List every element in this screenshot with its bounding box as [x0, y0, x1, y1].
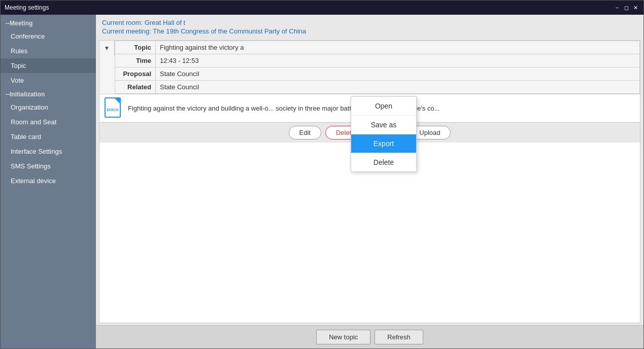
topic-dropdown-arrow[interactable]: ▼	[99, 41, 115, 56]
content-area: Current room: Great Hall of t Current me…	[96, 15, 643, 348]
time-label-cell: Time	[115, 54, 156, 67]
sidebar: --Meeting Conference Rules Topic Vote --…	[1, 15, 96, 348]
related-value-cell: State Council	[156, 81, 640, 94]
window-title: Meeting settings	[5, 4, 613, 11]
meeting-section-label: --Meeting	[1, 17, 96, 29]
sidebar-item-room-seat[interactable]: Room and Seat	[1, 115, 96, 129]
current-room-value: Great Hall of t	[145, 19, 185, 26]
sidebar-item-table-card[interactable]: Table card	[1, 129, 96, 144]
info-header: Current room: Great Hall of t Current me…	[96, 15, 643, 38]
sidebar-item-rules[interactable]: Rules	[1, 44, 96, 58]
title-bar: Meeting settings − ◻ ✕	[1, 1, 643, 15]
current-meeting-line: Current meeting: The 19th Congress of th…	[102, 27, 637, 35]
file-type-label: DOCX	[107, 108, 118, 112]
context-menu: Open Save as Export Delete	[351, 96, 417, 172]
context-menu-save-as[interactable]: Save as	[351, 116, 416, 134]
current-meeting-value: The 19th Congress of the Communist Party…	[153, 27, 306, 35]
minimize-button[interactable]: −	[613, 4, 621, 12]
new-topic-button[interactable]: New topic	[316, 330, 370, 344]
init-section-label: --Initialization	[1, 88, 96, 100]
context-menu-open[interactable]: Open	[351, 97, 416, 115]
sidebar-item-external-device[interactable]: External device	[1, 173, 96, 188]
topic-label-cell: Topic	[115, 41, 156, 54]
edit-button[interactable]: Edit	[289, 126, 321, 139]
context-menu-delete[interactable]: Delete	[351, 153, 416, 171]
sidebar-item-interface-settings[interactable]: Interface Settings	[1, 144, 96, 159]
sidebar-item-topic[interactable]: Topic	[1, 58, 96, 73]
topic-details-table: Topic Fighting against the victory a Tim…	[115, 41, 640, 94]
proposal-value-cell: State Council	[156, 67, 640, 81]
topic-panel: ▼ Topic Fighting against the victory a T…	[99, 40, 640, 323]
file-fold	[115, 98, 120, 103]
bottom-bar: New topic Refresh	[96, 325, 643, 348]
table-row: Topic Fighting against the victory a	[115, 41, 640, 54]
file-icon: DOCX	[105, 97, 123, 119]
current-room-line: Current room: Great Hall of t	[102, 19, 637, 26]
table-row: Related State Council	[115, 81, 640, 94]
related-label-cell: Related	[115, 81, 156, 94]
sidebar-item-sms-settings[interactable]: SMS Settings	[1, 159, 96, 173]
current-room-label: Current room:	[102, 19, 143, 26]
time-value-cell: 12:43 - 12:53	[156, 54, 640, 67]
current-meeting-label: Current meeting:	[102, 27, 151, 35]
refresh-button[interactable]: Refresh	[375, 330, 423, 344]
topic-value-cell: Fighting against the victory a	[156, 41, 640, 54]
main-content: --Meeting Conference Rules Topic Vote --…	[1, 15, 643, 348]
proposal-label-cell: Proposal	[115, 67, 156, 81]
sidebar-item-organization[interactable]: Organization	[1, 100, 96, 115]
close-button[interactable]: ✕	[631, 4, 639, 12]
sidebar-item-conference[interactable]: Conference	[1, 29, 96, 44]
restore-button[interactable]: ◻	[622, 4, 630, 12]
table-row: Time 12:43 - 12:53	[115, 54, 640, 67]
title-bar-controls: − ◻ ✕	[613, 4, 639, 12]
table-row: Proposal State Council	[115, 67, 640, 81]
context-menu-export[interactable]: Export	[351, 134, 416, 153]
main-window: Meeting settings − ◻ ✕ --Meeting Confere…	[0, 0, 644, 349]
sidebar-item-vote[interactable]: Vote	[1, 73, 96, 88]
